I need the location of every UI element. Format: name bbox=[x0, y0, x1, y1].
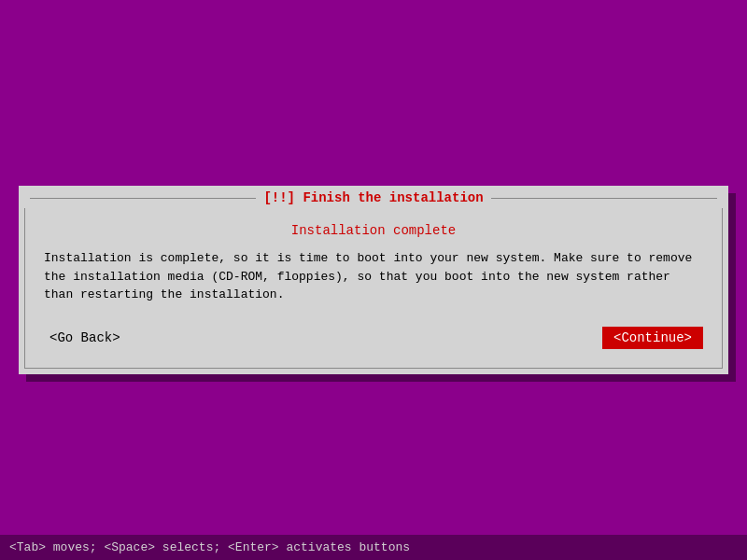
title-line-left bbox=[30, 198, 256, 199]
installation-complete-heading: Installation complete bbox=[44, 223, 703, 238]
continue-button[interactable]: <Continue> bbox=[602, 327, 703, 349]
dialog-body: Installation complete Installation is co… bbox=[24, 208, 723, 369]
dialog-wrapper: [!!] Finish the installation Installatio… bbox=[19, 186, 728, 374]
dialog-title-bar: [!!] Finish the installation bbox=[21, 188, 726, 208]
title-line-right bbox=[491, 198, 717, 199]
go-back-button[interactable]: <Go Back> bbox=[44, 329, 126, 347]
installation-body-text: Installation is complete, so it is time … bbox=[44, 249, 703, 304]
keyboard-help-text: <Tab> moves; <Space> selects; <Enter> ac… bbox=[9, 540, 410, 554]
dialog-container: [!!] Finish the installation Installatio… bbox=[19, 186, 728, 374]
button-row: <Go Back> <Continue> bbox=[44, 323, 703, 353]
dialog-title: [!!] Finish the installation bbox=[256, 190, 490, 205]
bottom-help-bar: <Tab> moves; <Space> selects; <Enter> ac… bbox=[0, 535, 747, 560]
